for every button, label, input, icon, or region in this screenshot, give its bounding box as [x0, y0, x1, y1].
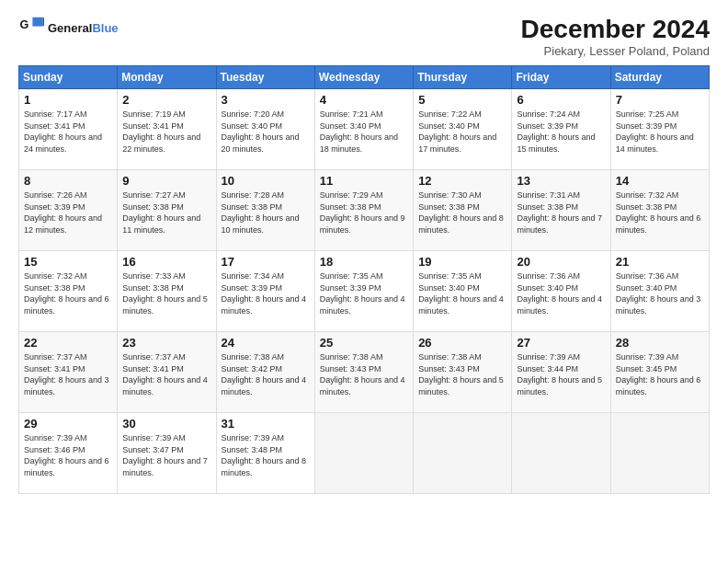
day-info: Sunrise: 7:39 AM Sunset: 3:48 PM Dayligh… — [222, 432, 310, 478]
day-number: 31 — [222, 417, 310, 431]
day-info: Sunrise: 7:39 AM Sunset: 3:45 PM Dayligh… — [616, 351, 704, 397]
day-info: Sunrise: 7:28 AM Sunset: 3:38 PM Dayligh… — [222, 190, 310, 236]
table-row: 13 Sunrise: 7:31 AM Sunset: 3:38 PM Dayl… — [512, 170, 610, 251]
day-info: Sunrise: 7:19 AM Sunset: 3:41 PM Dayligh… — [122, 109, 210, 155]
table-row: 1 Sunrise: 7:17 AM Sunset: 3:41 PM Dayli… — [19, 89, 118, 170]
day-info: Sunrise: 7:22 AM Sunset: 3:40 PM Dayligh… — [418, 109, 506, 155]
col-thursday: Thursday — [414, 66, 512, 89]
day-info: Sunrise: 7:26 AM Sunset: 3:39 PM Dayligh… — [24, 190, 112, 236]
day-number: 15 — [24, 255, 112, 269]
day-number: 22 — [24, 336, 112, 350]
table-row: 17 Sunrise: 7:34 AM Sunset: 3:39 PM Dayl… — [216, 251, 314, 332]
day-info: Sunrise: 7:36 AM Sunset: 3:40 PM Dayligh… — [616, 270, 704, 316]
table-row: 30 Sunrise: 7:39 AM Sunset: 3:47 PM Dayl… — [118, 413, 216, 494]
day-info: Sunrise: 7:39 AM Sunset: 3:47 PM Dayligh… — [122, 432, 210, 478]
table-row: 5 Sunrise: 7:22 AM Sunset: 3:40 PM Dayli… — [414, 89, 512, 170]
day-info: Sunrise: 7:30 AM Sunset: 3:38 PM Dayligh… — [418, 190, 506, 236]
table-row: 14 Sunrise: 7:32 AM Sunset: 3:38 PM Dayl… — [610, 170, 709, 251]
calendar-week-row: 22 Sunrise: 7:37 AM Sunset: 3:41 PM Dayl… — [19, 332, 710, 413]
table-row: 28 Sunrise: 7:39 AM Sunset: 3:45 PM Dayl… — [610, 332, 709, 413]
col-tuesday: Tuesday — [216, 66, 314, 89]
day-info: Sunrise: 7:35 AM Sunset: 3:39 PM Dayligh… — [320, 270, 408, 316]
day-number: 2 — [122, 93, 210, 107]
day-number: 8 — [24, 174, 112, 188]
day-number: 14 — [616, 174, 704, 188]
day-number: 20 — [517, 255, 605, 269]
day-number: 17 — [222, 255, 310, 269]
day-info: Sunrise: 7:31 AM Sunset: 3:38 PM Dayligh… — [517, 190, 605, 236]
table-row: 21 Sunrise: 7:36 AM Sunset: 3:40 PM Dayl… — [610, 251, 709, 332]
day-number: 30 — [122, 417, 210, 431]
col-monday: Monday — [118, 66, 216, 89]
day-number: 23 — [122, 336, 210, 350]
day-info: Sunrise: 7:29 AM Sunset: 3:38 PM Dayligh… — [320, 190, 408, 236]
day-number: 4 — [320, 93, 408, 107]
day-info: Sunrise: 7:37 AM Sunset: 3:41 PM Dayligh… — [122, 351, 210, 397]
calendar-week-row: 1 Sunrise: 7:17 AM Sunset: 3:41 PM Dayli… — [19, 89, 710, 170]
table-row — [610, 413, 709, 494]
table-row — [414, 413, 512, 494]
day-info: Sunrise: 7:32 AM Sunset: 3:38 PM Dayligh… — [24, 270, 112, 316]
table-row: 4 Sunrise: 7:21 AM Sunset: 3:40 PM Dayli… — [314, 89, 413, 170]
day-info: Sunrise: 7:27 AM Sunset: 3:38 PM Dayligh… — [122, 190, 210, 236]
table-row: 23 Sunrise: 7:37 AM Sunset: 3:41 PM Dayl… — [118, 332, 216, 413]
day-number: 7 — [616, 93, 704, 107]
day-number: 1 — [24, 93, 112, 107]
table-row: 3 Sunrise: 7:20 AM Sunset: 3:40 PM Dayli… — [216, 89, 314, 170]
title-block: December 2024 Piekary, Lesser Poland, Po… — [521, 15, 710, 58]
day-number: 27 — [517, 336, 605, 350]
table-row: 9 Sunrise: 7:27 AM Sunset: 3:38 PM Dayli… — [118, 170, 216, 251]
calendar-header-row: Sunday Monday Tuesday Wednesday Thursday… — [19, 66, 710, 89]
logo-icon: G — [18, 15, 44, 40]
day-number: 6 — [517, 93, 605, 107]
svg-marker-3 — [43, 17, 44, 27]
day-number: 16 — [122, 255, 210, 269]
day-number: 21 — [616, 255, 704, 269]
day-number: 13 — [517, 174, 605, 188]
day-number: 11 — [320, 174, 408, 188]
table-row: 2 Sunrise: 7:19 AM Sunset: 3:41 PM Dayli… — [118, 89, 216, 170]
table-row: 10 Sunrise: 7:28 AM Sunset: 3:38 PM Dayl… — [216, 170, 314, 251]
day-info: Sunrise: 7:34 AM Sunset: 3:39 PM Dayligh… — [222, 270, 310, 316]
day-number: 29 — [24, 417, 112, 431]
day-info: Sunrise: 7:36 AM Sunset: 3:40 PM Dayligh… — [517, 270, 605, 316]
day-info: Sunrise: 7:21 AM Sunset: 3:40 PM Dayligh… — [320, 109, 408, 155]
table-row: 26 Sunrise: 7:38 AM Sunset: 3:43 PM Dayl… — [414, 332, 512, 413]
day-info: Sunrise: 7:17 AM Sunset: 3:41 PM Dayligh… — [24, 109, 112, 155]
header: G GeneralBlue December 2024 Piekary, Les… — [18, 15, 710, 58]
day-number: 5 — [418, 93, 506, 107]
table-row: 27 Sunrise: 7:39 AM Sunset: 3:44 PM Dayl… — [512, 332, 610, 413]
table-row: 18 Sunrise: 7:35 AM Sunset: 3:39 PM Dayl… — [314, 251, 413, 332]
svg-text:G: G — [19, 18, 28, 31]
calendar-week-row: 15 Sunrise: 7:32 AM Sunset: 3:38 PM Dayl… — [19, 251, 710, 332]
table-row: 16 Sunrise: 7:33 AM Sunset: 3:38 PM Dayl… — [118, 251, 216, 332]
table-row: 22 Sunrise: 7:37 AM Sunset: 3:41 PM Dayl… — [19, 332, 118, 413]
subtitle: Piekary, Lesser Poland, Poland — [521, 44, 710, 58]
table-row: 8 Sunrise: 7:26 AM Sunset: 3:39 PM Dayli… — [19, 170, 118, 251]
table-row: 11 Sunrise: 7:29 AM Sunset: 3:38 PM Dayl… — [314, 170, 413, 251]
day-info: Sunrise: 7:33 AM Sunset: 3:38 PM Dayligh… — [122, 270, 210, 316]
day-info: Sunrise: 7:20 AM Sunset: 3:40 PM Dayligh… — [222, 109, 310, 155]
day-info: Sunrise: 7:38 AM Sunset: 3:42 PM Dayligh… — [222, 351, 310, 397]
calendar-week-row: 8 Sunrise: 7:26 AM Sunset: 3:39 PM Dayli… — [19, 170, 710, 251]
table-row: 31 Sunrise: 7:39 AM Sunset: 3:48 PM Dayl… — [216, 413, 314, 494]
table-row: 12 Sunrise: 7:30 AM Sunset: 3:38 PM Dayl… — [414, 170, 512, 251]
main-title: December 2024 — [521, 15, 710, 44]
table-row: 19 Sunrise: 7:35 AM Sunset: 3:40 PM Dayl… — [414, 251, 512, 332]
day-number: 25 — [320, 336, 408, 350]
table-row: 15 Sunrise: 7:32 AM Sunset: 3:38 PM Dayl… — [19, 251, 118, 332]
day-info: Sunrise: 7:38 AM Sunset: 3:43 PM Dayligh… — [320, 351, 408, 397]
day-number: 9 — [122, 174, 210, 188]
day-info: Sunrise: 7:38 AM Sunset: 3:43 PM Dayligh… — [418, 351, 506, 397]
day-info: Sunrise: 7:32 AM Sunset: 3:38 PM Dayligh… — [616, 190, 704, 236]
day-number: 24 — [222, 336, 310, 350]
day-info: Sunrise: 7:39 AM Sunset: 3:46 PM Dayligh… — [24, 432, 112, 478]
day-info: Sunrise: 7:25 AM Sunset: 3:39 PM Dayligh… — [616, 109, 704, 155]
svg-marker-2 — [32, 17, 42, 27]
table-row: 25 Sunrise: 7:38 AM Sunset: 3:43 PM Dayl… — [314, 332, 413, 413]
day-number: 28 — [616, 336, 704, 350]
day-number: 3 — [222, 93, 310, 107]
day-info: Sunrise: 7:35 AM Sunset: 3:40 PM Dayligh… — [418, 270, 506, 316]
col-wednesday: Wednesday — [314, 66, 413, 89]
page: G GeneralBlue December 2024 Piekary, Les… — [0, 0, 728, 563]
